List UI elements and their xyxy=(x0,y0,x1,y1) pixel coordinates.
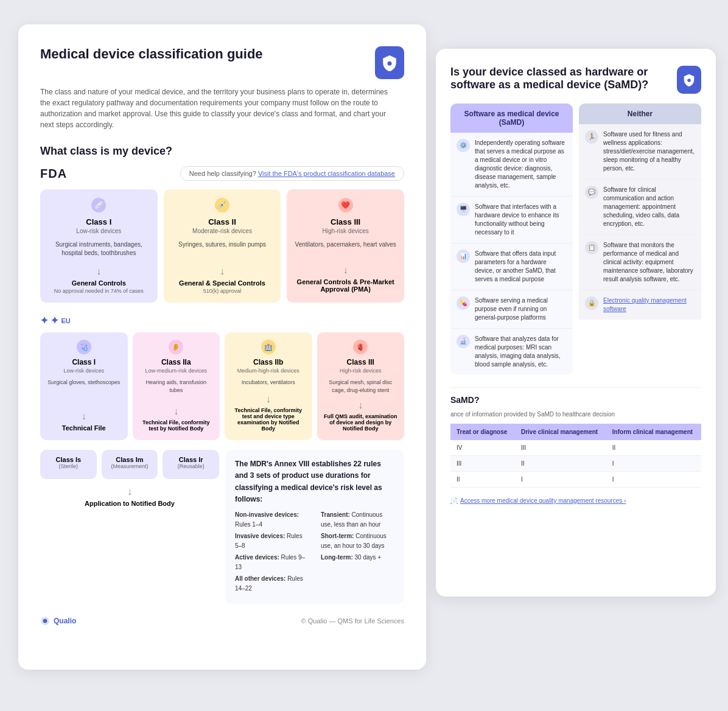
page-title: Medical device classification guide xyxy=(40,46,263,62)
section-title: What class is my device? xyxy=(40,145,404,158)
eu-class-iia-control: Technical File, conformity test by Notif… xyxy=(139,419,214,432)
class-is-title: Class Is xyxy=(56,456,82,463)
neither-icon-2: 💬 xyxy=(585,186,598,199)
eu-class-iii-examples: Surgical mesh, spinal disc cage, drug-el… xyxy=(323,379,399,394)
risk-row2-col1: III xyxy=(450,456,515,472)
fda-label: FDA xyxy=(40,167,67,181)
mdr-left-col: Non-invasive devices: Rules 1–4 Invasive… xyxy=(235,510,309,595)
samd-item-2: 🖥️ Software that interfaces with a hardw… xyxy=(450,197,573,243)
footer-copyright: © Qualio — QMS for Life Sciences xyxy=(301,617,404,625)
eu-class-iia-title: Class IIa xyxy=(161,358,191,366)
mdr-item-noninvasive: Non-invasive devices: Rules 1–4 xyxy=(235,510,309,530)
eu-class-iib-control: Technical File, conformity test and devi… xyxy=(231,407,306,432)
class-ir-title: Class Ir xyxy=(179,456,203,463)
fda-class-grid: 🩹 Class I Low-risk devices Surgical inst… xyxy=(40,189,404,303)
risk-row2-col3: I xyxy=(606,456,701,472)
shield-icon xyxy=(381,54,398,71)
samd-icon-2: 🖥️ xyxy=(457,203,470,216)
logo-badge xyxy=(375,46,404,79)
risk-row3-col1: II xyxy=(450,472,515,488)
mdr-cols: Non-invasive devices: Rules 1–4 Invasive… xyxy=(235,510,394,595)
fda-class-ii-examples: Syringes, sutures, insulin pumps xyxy=(178,240,266,257)
samd-icon-4: 💊 xyxy=(457,296,470,310)
fda-class-iii-box: ❤️ Class III High-risk devices Ventilato… xyxy=(287,189,404,303)
eu-class-iii-sub: High-risk devices xyxy=(340,368,382,374)
eu-class-iib-sub: Medium-high-risk devices xyxy=(237,368,299,374)
special-classes-control-row: ↓ Application to Notified Body xyxy=(40,484,219,508)
fda-class-ii-box: 💉 Class II Moderate-risk devices Syringe… xyxy=(164,189,281,303)
arrow-down-icon-2: ↓ xyxy=(220,266,225,277)
right-logo-badge xyxy=(677,66,701,94)
eu-class-i-icon: 🩺 xyxy=(77,340,91,354)
class-ir-box: Class Ir (Reusable) xyxy=(163,450,219,479)
neither-col: Neither 🏃 Software used for fitness and … xyxy=(579,103,701,375)
eu-class-iib-icon: 🏥 xyxy=(261,340,276,354)
eu-class-iib-examples: Incubators, ventilators xyxy=(242,379,295,388)
eu-class-iii-control: Full QMS audit, examination of device an… xyxy=(323,413,399,432)
fda-class-i-sub: Low-risk devices xyxy=(76,228,121,234)
special-control: Application to Notified Body xyxy=(40,500,219,507)
right-card: Is your device classed as hardware or so… xyxy=(436,49,716,597)
eu-class-iii-box: 🫀 Class III High-risk devices Surgical m… xyxy=(317,332,405,440)
class-im-box: Class Im (Measurement) xyxy=(102,450,158,479)
mdr-item-active: Active devices: Rules 9–13 xyxy=(235,553,309,572)
class-im-sub: (Measurement) xyxy=(111,463,148,469)
fda-class-ii-control-sub: 510(k) approval xyxy=(203,288,242,294)
card-description: The class and nature of your medical dev… xyxy=(40,86,393,130)
samd-col-header: Software as medical device (SaMD) xyxy=(450,103,573,133)
samd-item-3: 📊 Software that offers data input parame… xyxy=(450,243,573,290)
eu-label: ✦ ✦ EU xyxy=(40,315,404,326)
fda-class-iii-sub: High-risk devices xyxy=(323,228,369,234)
risk-section-title: SaMD? xyxy=(450,395,701,405)
neither-icon-1: 🏃 xyxy=(585,130,598,144)
card-footer: Qualio © Qualio — QMS for Life Sciences xyxy=(40,616,404,626)
risk-col-treat: Treat or diagnose xyxy=(450,424,515,440)
arrow-special-down: ↓ xyxy=(40,486,219,497)
samd-item-5: 🔬 Software that analyzes data for medica… xyxy=(450,329,573,375)
eu-class-iib-title: Class IIb xyxy=(253,358,283,366)
fda-class-iii-control: General Controls & Pre-Market Approval (… xyxy=(294,278,397,293)
class-im-title: Class Im xyxy=(116,456,143,463)
samd-vs-neither: Software as medical device (SaMD) ⚙️ Ind… xyxy=(450,103,701,375)
risk-row1-col3: II xyxy=(606,440,701,456)
fda-link[interactable]: Visit the FDA's product classification d… xyxy=(258,170,395,177)
fda-class-i-control: General Controls xyxy=(72,279,126,287)
samd-icon-5: 🔬 xyxy=(457,335,470,348)
samd-icon-1: ⚙️ xyxy=(457,139,470,152)
fda-class-i-icon: 🩹 xyxy=(91,198,106,212)
fda-class-ii-sub: Moderate-risk devices xyxy=(192,228,252,234)
eu-class-iib-box: 🏥 Class IIb Medium-high-risk devices Inc… xyxy=(225,332,312,440)
fda-class-ii-title: Class II xyxy=(208,217,236,226)
qualio-logo: Qualio xyxy=(40,616,76,626)
fda-banner: FDA Need help classifying? Visit the FDA… xyxy=(40,166,404,181)
eu-class-iia-sub: Low-medium-risk devices xyxy=(145,368,207,374)
risk-col-drive: Drive clinical management xyxy=(515,424,606,440)
arrow-iib-down: ↓ xyxy=(266,394,271,405)
neither-icon-3: 📋 xyxy=(585,241,598,254)
eu-class-i-control: Technical File xyxy=(62,424,106,432)
arrow-iia-down: ↓ xyxy=(173,406,178,417)
right-card-header: Is your device classed as hardware or so… xyxy=(450,66,701,94)
svg-point-2 xyxy=(43,619,47,623)
right-shield-icon xyxy=(682,73,696,86)
fda-class-i-control-sub: No approval needed in 74% of cases xyxy=(54,288,144,294)
risk-row1-col1: IV xyxy=(450,440,515,456)
fda-class-ii-control: General & Special Controls xyxy=(179,279,265,287)
card-header: Medical device classification guide xyxy=(40,46,404,79)
svg-point-0 xyxy=(388,61,392,66)
mdr-note-title: The MDR's Annex VIII establishes 22 rule… xyxy=(235,458,394,505)
eu-class-i-title: Class I xyxy=(72,358,96,366)
fda-class-i-box: 🩹 Class I Low-risk devices Surgical inst… xyxy=(40,189,158,303)
arrow-down-icon: ↓ xyxy=(96,266,101,277)
access-resources-link[interactable]: 📄 Access more medical device quality man… xyxy=(450,497,701,504)
neither-item-4: 🔒 Electronic quality management software xyxy=(579,290,701,320)
risk-row1-col2: III xyxy=(515,440,606,456)
neither-item-2: 💬 Software for clinical communication an… xyxy=(579,180,701,235)
doc-icon: 📄 xyxy=(450,497,458,504)
fda-class-ii-icon: 💉 xyxy=(215,198,229,212)
eu-class-iii-title: Class III xyxy=(347,358,374,366)
fda-class-i-examples: Surgical instruments, bandages, hospital… xyxy=(47,240,150,257)
eu-class-i-examples: Surgical gloves, stethoscopes xyxy=(47,379,120,405)
fda-help-text: Need help classifying? Visit the FDA's p… xyxy=(180,166,404,181)
fda-class-iii-title: Class III xyxy=(331,217,360,226)
